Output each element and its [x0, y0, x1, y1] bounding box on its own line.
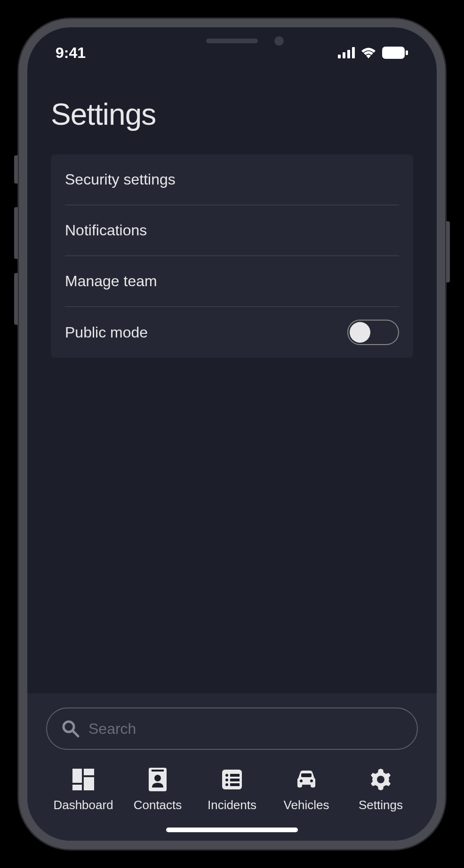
battery-icon — [382, 47, 408, 59]
svg-rect-17 — [230, 774, 240, 777]
svg-point-22 — [300, 780, 303, 782]
status-icons — [338, 47, 408, 59]
svg-rect-2 — [347, 50, 350, 58]
volume-up-button — [14, 207, 18, 259]
page-title: Settings — [51, 97, 413, 132]
setting-label: Public mode — [65, 324, 148, 341]
svg-rect-0 — [338, 55, 341, 58]
svg-rect-11 — [72, 785, 82, 790]
tab-vehicles[interactable]: Vehicles — [269, 767, 344, 812]
setting-label: Security settings — [65, 171, 176, 188]
tab-dashboard[interactable]: Dashboard — [46, 767, 120, 812]
dashboard-icon — [71, 767, 96, 792]
svg-point-14 — [154, 775, 161, 781]
screen: 9:41 Setting — [27, 27, 437, 841]
svg-line-7 — [73, 731, 78, 736]
main-content: Settings Security settings Notifications… — [27, 69, 437, 693]
svg-rect-8 — [72, 769, 82, 783]
svg-rect-9 — [84, 769, 94, 775]
tab-label: Settings — [359, 798, 403, 812]
setting-notifications[interactable]: Notifications — [65, 205, 399, 256]
setting-security[interactable]: Security settings — [65, 154, 399, 205]
settings-list: Security settings Notifications Manage t… — [51, 154, 413, 358]
notch — [143, 27, 321, 55]
svg-point-25 — [377, 776, 384, 783]
tab-incidents[interactable]: Incidents — [195, 767, 269, 812]
tab-label: Dashboard — [53, 798, 113, 812]
tab-label: Vehicles — [284, 798, 329, 812]
svg-point-16 — [225, 774, 228, 777]
svg-point-20 — [225, 783, 228, 786]
svg-rect-4 — [382, 47, 405, 59]
incidents-icon — [219, 767, 245, 792]
bottom-area: Search Dashboard — [27, 693, 437, 841]
setting-public-mode: Public mode — [65, 307, 399, 358]
svg-rect-1 — [343, 52, 345, 58]
search-icon — [61, 719, 80, 738]
setting-manage-team[interactable]: Manage team — [65, 256, 399, 307]
svg-rect-21 — [230, 783, 240, 786]
camera-dot — [274, 36, 284, 46]
wifi-icon — [360, 47, 376, 58]
tab-label: Contacts — [134, 798, 182, 812]
volume-down-button — [14, 273, 18, 325]
public-mode-toggle[interactable] — [347, 320, 399, 345]
setting-label: Notifications — [65, 222, 147, 239]
tab-contacts[interactable]: Contacts — [120, 767, 195, 812]
contacts-icon — [145, 767, 170, 792]
svg-rect-3 — [352, 47, 355, 58]
speaker-slot — [206, 39, 258, 43]
svg-point-18 — [225, 779, 228, 781]
toggle-knob — [350, 322, 370, 343]
svg-rect-10 — [84, 777, 94, 790]
setting-label: Manage team — [65, 273, 157, 290]
svg-rect-24 — [301, 773, 312, 777]
search-placeholder: Search — [88, 720, 136, 738]
status-time: 9:41 — [56, 44, 86, 62]
cellular-signal-icon — [338, 47, 355, 58]
svg-point-23 — [310, 780, 313, 782]
tab-label: Incidents — [208, 798, 256, 812]
search-input[interactable]: Search — [46, 707, 418, 750]
tab-settings[interactable]: Settings — [344, 767, 418, 812]
home-indicator[interactable] — [166, 828, 298, 832]
svg-rect-19 — [230, 779, 240, 781]
tab-bar: Dashboard Contacts — [46, 767, 418, 812]
svg-rect-5 — [406, 50, 408, 55]
settings-icon — [368, 767, 393, 792]
vehicles-icon — [294, 767, 319, 792]
svg-rect-13 — [152, 770, 164, 772]
phone-frame: 9:41 Setting — [19, 19, 445, 849]
